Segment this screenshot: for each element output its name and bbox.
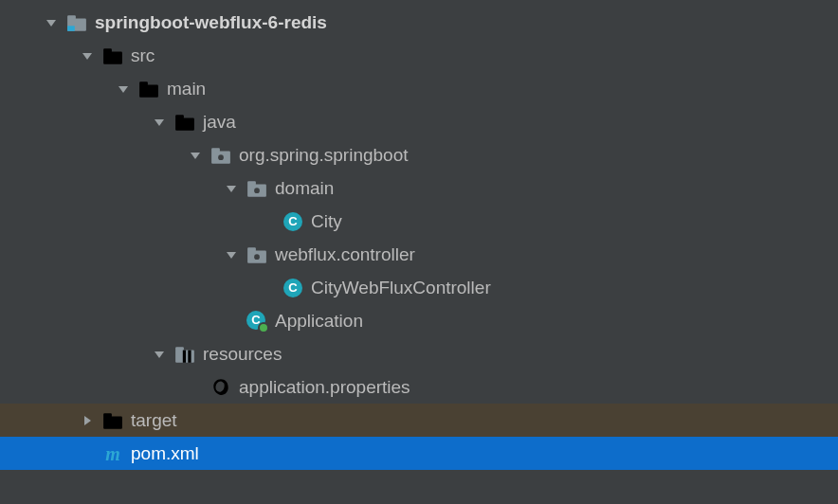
expand-arrow-icon[interactable] — [78, 46, 97, 65]
tree-item-label: application.properties — [239, 378, 410, 396]
tree-item-label: pom.xml — [131, 444, 199, 462]
runnable-class-icon: C — [246, 311, 267, 332]
tree-item-file-app-properties[interactable]: application.properties — [0, 370, 838, 404]
excluded-folder-icon — [102, 410, 123, 431]
project-tree[interactable]: springboot-webflux-6-redis src main java… — [0, 0, 838, 470]
tree-item-label: webflux.controller — [275, 245, 415, 263]
expand-arrow-icon[interactable] — [150, 345, 169, 364]
expand-arrow-icon[interactable] — [150, 113, 169, 132]
tree-item-label: domain — [275, 179, 334, 197]
tree-item-java[interactable]: java — [0, 105, 838, 138]
tree-item-label: Application — [275, 312, 363, 330]
tree-item-label: resources — [203, 345, 282, 363]
module-folder-icon — [66, 12, 87, 33]
tree-item-label: City — [311, 212, 342, 230]
tree-item-project-root[interactable]: springboot-webflux-6-redis — [0, 6, 838, 39]
tree-item-file-pom[interactable]: m pom.xml — [0, 437, 838, 470]
tree-item-class-citywebfluxcontroller[interactable]: C CityWebFluxController — [0, 271, 838, 304]
folder-icon — [138, 79, 159, 99]
tree-item-label: main — [167, 80, 206, 98]
tree-item-package-root[interactable]: org.spring.springboot — [0, 138, 838, 171]
package-icon — [246, 178, 267, 199]
tree-item-src[interactable]: src — [0, 39, 838, 72]
class-icon: C — [282, 278, 303, 298]
source-folder-icon — [174, 112, 195, 133]
expand-arrow-icon[interactable] — [222, 245, 241, 264]
maven-icon: m — [102, 443, 123, 464]
spring-config-icon — [210, 377, 231, 398]
folder-icon — [102, 45, 123, 66]
expand-arrow-icon[interactable] — [222, 179, 241, 198]
tree-item-package-controller[interactable]: webflux.controller — [0, 238, 838, 271]
expand-arrow-icon[interactable] — [114, 80, 133, 99]
tree-item-label: src — [131, 46, 155, 64]
tree-item-package-domain[interactable]: domain — [0, 171, 838, 205]
tree-item-target[interactable]: target — [0, 404, 838, 437]
class-icon: C — [282, 211, 303, 232]
expand-arrow-icon[interactable] — [42, 13, 61, 32]
expand-arrow-icon[interactable] — [78, 411, 97, 430]
tree-item-label: springboot-webflux-6-redis — [95, 13, 327, 31]
tree-item-main[interactable]: main — [0, 72, 838, 105]
tree-item-resources[interactable]: resources — [0, 337, 838, 370]
tree-item-class-city[interactable]: C City — [0, 205, 838, 238]
tree-item-label: target — [131, 411, 177, 429]
resources-folder-icon — [174, 344, 195, 365]
tree-item-label: CityWebFluxController — [311, 279, 491, 297]
expand-arrow-icon[interactable] — [186, 146, 205, 165]
package-icon — [210, 145, 231, 166]
tree-item-label: org.spring.springboot — [239, 146, 409, 164]
tree-item-class-application[interactable]: C Application — [0, 304, 838, 337]
package-icon — [246, 244, 267, 265]
tree-item-label: java — [203, 113, 236, 131]
